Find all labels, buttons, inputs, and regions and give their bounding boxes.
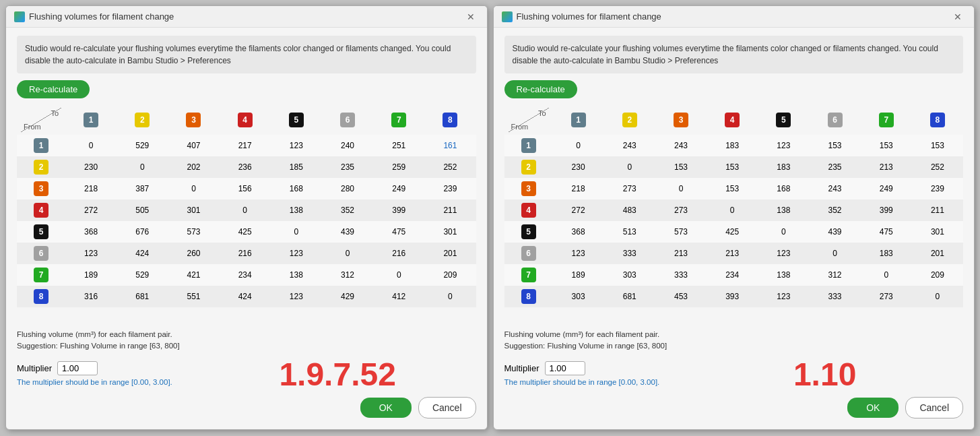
cell-value[interactable]: 475 xyxy=(861,221,912,243)
dialog-1-cancel-button[interactable]: Cancel xyxy=(418,397,476,418)
cell-value[interactable]: 273 xyxy=(655,199,707,221)
cell-value[interactable]: 0 xyxy=(707,199,758,221)
cell-value[interactable]: 439 xyxy=(809,221,860,243)
cell-value[interactable]: 123 xyxy=(271,286,322,307)
cell-value[interactable]: 239 xyxy=(912,178,963,199)
dialog-1-ok-button[interactable]: OK xyxy=(360,398,412,418)
cell-value[interactable]: 316 xyxy=(65,286,117,307)
cell-value[interactable]: 243 xyxy=(604,135,655,156)
cell-value[interactable]: 529 xyxy=(117,135,168,156)
cell-value[interactable]: 189 xyxy=(65,264,117,286)
cell-value[interactable]: 260 xyxy=(168,243,219,264)
cell-value[interactable]: 234 xyxy=(220,264,271,286)
dialog-2-close-button[interactable]: ✕ xyxy=(950,11,966,23)
cell-value[interactable]: 249 xyxy=(861,178,912,199)
cell-value[interactable]: 352 xyxy=(322,199,373,221)
cell-value[interactable]: 301 xyxy=(424,221,476,243)
cell-value[interactable]: 156 xyxy=(220,178,271,199)
cell-value[interactable]: 551 xyxy=(168,286,219,307)
cell-value[interactable]: 0 xyxy=(912,286,963,307)
cell-value[interactable]: 153 xyxy=(809,135,860,156)
cell-value[interactable]: 368 xyxy=(65,221,117,243)
cell-value[interactable]: 399 xyxy=(861,199,912,221)
cell-value[interactable]: 201 xyxy=(424,243,476,264)
cell-value[interactable]: 399 xyxy=(373,199,424,221)
cell-value[interactable]: 123 xyxy=(758,243,809,264)
cell-value[interactable]: 681 xyxy=(117,286,168,307)
cell-value[interactable]: 217 xyxy=(220,135,271,156)
cell-value[interactable]: 352 xyxy=(809,199,860,221)
cell-value[interactable]: 0 xyxy=(861,264,912,286)
cell-value[interactable]: 202 xyxy=(168,156,219,178)
cell-value[interactable]: 333 xyxy=(809,286,860,307)
cell-value[interactable]: 272 xyxy=(553,199,604,221)
dialog-2-cancel-button[interactable]: Cancel xyxy=(905,397,963,418)
cell-value[interactable]: 243 xyxy=(809,178,860,199)
cell-value[interactable]: 303 xyxy=(604,264,655,286)
cell-value[interactable]: 273 xyxy=(861,286,912,307)
cell-value[interactable]: 216 xyxy=(373,243,424,264)
cell-value[interactable]: 505 xyxy=(117,199,168,221)
cell-value[interactable]: 236 xyxy=(220,156,271,178)
cell-value[interactable]: 161 xyxy=(424,135,476,156)
cell-value[interactable]: 483 xyxy=(604,199,655,221)
cell-value[interactable]: 234 xyxy=(707,264,758,286)
cell-value[interactable]: 213 xyxy=(655,243,707,264)
cell-value[interactable]: 153 xyxy=(655,156,707,178)
cell-value[interactable]: 183 xyxy=(707,135,758,156)
multiplier-input-2[interactable] xyxy=(545,361,585,375)
cell-value[interactable]: 412 xyxy=(373,286,424,307)
cell-value[interactable]: 123 xyxy=(271,135,322,156)
cell-value[interactable]: 218 xyxy=(65,178,117,199)
cell-value[interactable]: 0 xyxy=(271,221,322,243)
cell-value[interactable]: 301 xyxy=(912,221,963,243)
cell-value[interactable]: 273 xyxy=(604,178,655,199)
cell-value[interactable]: 333 xyxy=(604,243,655,264)
cell-value[interactable]: 138 xyxy=(271,199,322,221)
cell-value[interactable]: 252 xyxy=(424,156,476,178)
cell-value[interactable]: 439 xyxy=(322,221,373,243)
cell-value[interactable]: 240 xyxy=(322,135,373,156)
cell-value[interactable]: 259 xyxy=(373,156,424,178)
cell-value[interactable]: 312 xyxy=(809,264,860,286)
cell-value[interactable]: 168 xyxy=(758,178,809,199)
cell-value[interactable]: 153 xyxy=(707,156,758,178)
cell-value[interactable]: 0 xyxy=(168,178,219,199)
cell-value[interactable]: 513 xyxy=(604,221,655,243)
cell-value[interactable]: 211 xyxy=(424,199,476,221)
cell-value[interactable]: 301 xyxy=(168,199,219,221)
cell-value[interactable]: 239 xyxy=(424,178,476,199)
cell-value[interactable]: 424 xyxy=(220,286,271,307)
cell-value[interactable]: 209 xyxy=(912,264,963,286)
cell-value[interactable]: 393 xyxy=(707,286,758,307)
cell-value[interactable]: 429 xyxy=(322,286,373,307)
cell-value[interactable]: 425 xyxy=(220,221,271,243)
cell-value[interactable]: 183 xyxy=(758,156,809,178)
cell-value[interactable]: 138 xyxy=(271,264,322,286)
cell-value[interactable]: 676 xyxy=(117,221,168,243)
cell-value[interactable]: 251 xyxy=(373,135,424,156)
cell-value[interactable]: 421 xyxy=(168,264,219,286)
cell-value[interactable]: 0 xyxy=(553,135,604,156)
dialog-2-ok-button[interactable]: OK xyxy=(847,398,899,418)
cell-value[interactable]: 189 xyxy=(553,264,604,286)
cell-value[interactable]: 407 xyxy=(168,135,219,156)
cell-value[interactable]: 123 xyxy=(758,135,809,156)
cell-value[interactable]: 0 xyxy=(424,286,476,307)
cell-value[interactable]: 123 xyxy=(758,286,809,307)
cell-value[interactable]: 153 xyxy=(912,135,963,156)
cell-value[interactable]: 573 xyxy=(168,221,219,243)
cell-value[interactable]: 0 xyxy=(758,221,809,243)
cell-value[interactable]: 213 xyxy=(861,156,912,178)
cell-value[interactable]: 453 xyxy=(655,286,707,307)
cell-value[interactable]: 573 xyxy=(655,221,707,243)
cell-value[interactable]: 0 xyxy=(655,178,707,199)
cell-value[interactable]: 218 xyxy=(553,178,604,199)
cell-value[interactable]: 529 xyxy=(117,264,168,286)
cell-value[interactable]: 209 xyxy=(424,264,476,286)
cell-value[interactable]: 0 xyxy=(322,243,373,264)
cell-value[interactable]: 425 xyxy=(707,221,758,243)
cell-value[interactable]: 235 xyxy=(809,156,860,178)
cell-value[interactable]: 230 xyxy=(553,156,604,178)
cell-value[interactable]: 249 xyxy=(373,178,424,199)
